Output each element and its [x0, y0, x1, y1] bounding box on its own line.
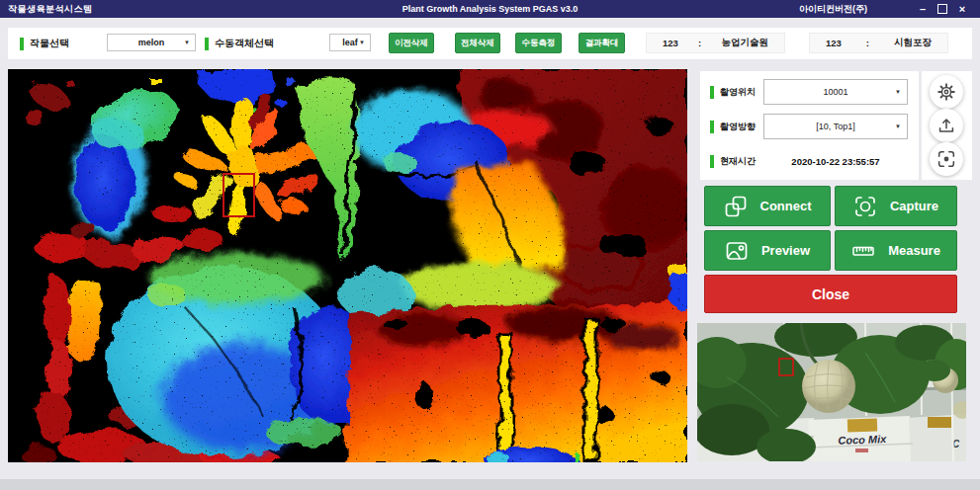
upload-icon — [935, 115, 957, 136]
settings-button[interactable] — [930, 75, 963, 109]
capture-direction-label: 촬영방향 — [710, 114, 756, 139]
company-name: 아이티컨버전(주) — [799, 3, 867, 16]
depth-map-view[interactable] — [8, 69, 687, 462]
connect-button[interactable]: Connect — [704, 186, 831, 226]
chevron-down-icon: ▼ — [895, 123, 901, 129]
connect-icon — [724, 195, 748, 218]
current-time-value: 2020-10-22 23:55:57 — [763, 148, 908, 174]
noise-overlay — [8, 69, 687, 462]
field-name: 시험포장 — [894, 37, 932, 49]
site-separator: : — [698, 38, 701, 48]
measure-button[interactable]: Measure — [835, 230, 957, 271]
chevron-down-icon: ▼ — [184, 40, 190, 45]
focus-icon — [935, 148, 957, 170]
preview-button[interactable]: Preview — [704, 230, 831, 271]
green-bar-icon — [710, 121, 714, 133]
measure-icon — [851, 239, 875, 263]
depth-image — [8, 69, 687, 462]
delete-previous-button[interactable]: 이전삭제 — [389, 33, 434, 53]
manual-measure-button[interactable]: 수동측정 — [515, 33, 562, 53]
side-icon-strip — [922, 71, 972, 180]
bottom-strip — [0, 479, 980, 490]
preview-icon — [725, 239, 749, 263]
maximize-button[interactable] — [933, 0, 952, 18]
photo-image: Coco Mix Coco M C — [697, 323, 966, 461]
capture-icon — [853, 195, 877, 218]
close-window-button[interactable]: × — [952, 0, 972, 18]
photo-preview[interactable]: Coco Mix Coco M C — [697, 323, 966, 461]
chevron-down-icon: ▼ — [895, 89, 901, 95]
photo-melon — [802, 360, 855, 413]
focus-button[interactable] — [930, 142, 963, 176]
site-code: 123 — [663, 38, 678, 48]
result-zoom-button[interactable]: 결과확대 — [579, 33, 625, 53]
app-title: 작물생육분석시스템 — [8, 3, 93, 16]
close-button[interactable]: Close — [704, 275, 957, 313]
capture-position-dropdown[interactable]: 10001 ▼ — [763, 79, 908, 105]
window-title: Plant Growth Analysis System PGAS v3.0 — [402, 4, 579, 14]
chevron-down-icon: ▼ — [359, 40, 365, 45]
crop-select-dropdown[interactable]: melon ▼ — [107, 34, 196, 51]
minimize-button[interactable]: – — [913, 0, 933, 18]
field-info-box: 123 : 시험포장 — [809, 33, 948, 53]
capture-direction-dropdown[interactable]: [10, Top1] ▼ — [763, 114, 908, 139]
green-bar-icon — [20, 38, 24, 50]
upload-button[interactable] — [930, 109, 963, 142]
site-info-box: 123 : 농업기술원 — [646, 33, 785, 53]
green-bar-icon — [710, 86, 714, 99]
field-code: 123 — [826, 38, 842, 48]
capture-panel: 촬영위치 10001 ▼ 촬영방향 [10, Top1] ▼ 현재시간 2020… — [700, 71, 919, 180]
current-time-row: 현재시간 2020-10-22 23:55:57 — [700, 148, 919, 174]
maximize-icon — [937, 4, 947, 14]
current-time-label: 현재시간 — [710, 148, 756, 174]
site-name: 농업기술원 — [722, 37, 769, 49]
gear-icon — [935, 81, 957, 103]
capture-position-label: 촬영위치 — [710, 79, 756, 105]
manual-object-label: 수동객체선택 — [205, 28, 274, 59]
delete-all-button[interactable]: 전체삭제 — [455, 33, 500, 53]
toolbar: 작물선택 melon ▼ 수동객체선택 leaf ▼ 이전삭제 전체삭제 수동측… — [8, 28, 972, 59]
crop-select-label: 작물선택 — [20, 28, 69, 59]
manual-object-dropdown[interactable]: leaf ▼ — [329, 34, 371, 51]
bag-label: Coco Mix — [838, 433, 887, 447]
app-window: 작물생육분석시스템 Plant Growth Analysis System P… — [0, 0, 980, 490]
title-bar: 작물생육분석시스템 Plant Growth Analysis System P… — [0, 0, 980, 18]
capture-button[interactable]: Capture — [835, 186, 957, 226]
capture-position-row: 촬영위치 10001 ▼ — [700, 79, 919, 105]
field-separator: : — [866, 38, 869, 48]
green-bar-icon — [205, 38, 209, 50]
green-bar-icon — [710, 155, 714, 168]
capture-direction-row: 촬영방향 [10, Top1] ▼ — [700, 114, 919, 139]
